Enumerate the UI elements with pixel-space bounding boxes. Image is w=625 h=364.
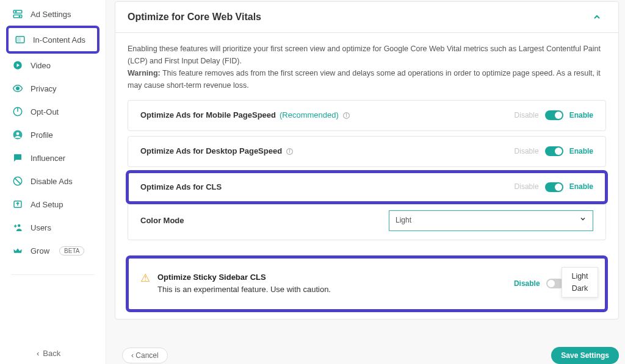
ban-icon — [12, 176, 23, 187]
setting-sublabel: This is an experimental feature. Use wit… — [157, 285, 331, 294]
toggle-cls[interactable] — [545, 182, 563, 192]
toggle-enable-label: Enable — [569, 181, 593, 193]
sidebar-item-label: Users — [31, 223, 51, 232]
sidebar-item-label: Opt-Out — [31, 107, 59, 116]
toggle-disable-label: Disable — [515, 146, 539, 157]
panel-card: Optimize for Core Web Vitals Enabling th… — [115, 1, 619, 319]
crown-icon — [12, 245, 23, 256]
users-add-icon — [12, 222, 23, 233]
svg-point-2 — [15, 12, 16, 13]
info-icon[interactable] — [342, 112, 350, 120]
dropdown-option-dark[interactable]: Dark — [562, 282, 598, 294]
footer-bar: ‹ Cancel Save Settings — [122, 347, 619, 364]
svg-rect-0 — [13, 10, 22, 13]
svg-rect-1 — [13, 15, 22, 18]
warning-icon: ⚠ — [140, 273, 150, 297]
sidebar-item-ad-settings[interactable]: Ad Settings — [6, 2, 99, 26]
panel-description: Enabling these features will prioritize … — [128, 43, 606, 67]
recommended-tag: (Recommended) — [280, 109, 339, 122]
power-icon — [12, 106, 23, 117]
sidebar-item-label: In-Content Ads — [33, 35, 85, 45]
sidebar-item-label: Influencer — [31, 154, 65, 163]
user-circle-icon — [12, 129, 23, 140]
color-mode-dropdown[interactable]: Light Dark — [562, 267, 598, 298]
sidebar-item-label: Ad Setup — [31, 200, 63, 209]
sidebar-divider — [11, 274, 95, 275]
sidebar-item-disable-ads[interactable]: Disable Ads — [6, 170, 99, 193]
toggle-enable-label: Enable — [569, 110, 593, 121]
sidebar-item-opt-out[interactable]: Opt-Out — [6, 100, 99, 123]
svg-point-15 — [18, 224, 21, 227]
chevron-up-icon — [592, 12, 602, 22]
save-settings-button[interactable]: Save Settings — [551, 347, 619, 364]
sidebar-item-influencer[interactable]: Influencer — [6, 146, 99, 170]
svg-point-21 — [289, 149, 290, 150]
sidebar: Ad Settings In-Content Ads Video Privacy — [0, 0, 106, 364]
setting-label-text: Optimize Sticky Sidebar CLS — [157, 271, 331, 284]
svg-rect-5 — [18, 38, 21, 41]
toggle-disable-label: Disable — [514, 278, 540, 290]
sidebar-item-grow[interactable]: Grow BETA — [6, 239, 99, 262]
sidebar-item-label: Video — [31, 61, 51, 70]
svg-line-13 — [15, 178, 21, 184]
sidebar-item-label: Grow — [31, 246, 49, 255]
cancel-button[interactable]: ‹ Cancel — [122, 348, 168, 363]
svg-point-3 — [19, 16, 20, 17]
setting-sticky-sidebar-cls: ⚠ Optimize Sticky Sidebar CLS This is an… — [128, 257, 606, 311]
export-icon — [12, 199, 23, 210]
toggle-desktop-pagespeed[interactable] — [545, 146, 563, 156]
sidebar-item-video[interactable]: Video — [6, 54, 99, 77]
chevron-left-icon: ‹ — [37, 349, 39, 358]
toggle-disable-label: Disable — [515, 110, 539, 121]
setting-cls: Optimize Ads for CLS Disable Enable — [128, 172, 606, 203]
toggle-mobile-pagespeed[interactable] — [545, 110, 563, 120]
sidebar-item-users[interactable]: Users — [6, 216, 99, 239]
setting-desktop-pagespeed: Optimize Ads for Desktop PageSpeed Disab… — [128, 136, 606, 167]
dropdown-option-light[interactable]: Light — [562, 270, 598, 282]
svg-point-7 — [16, 87, 20, 90]
sidebar-item-profile[interactable]: Profile — [6, 123, 99, 146]
color-mode-select[interactable]: Light — [389, 210, 593, 230]
setting-label-text: Optimize Ads for Mobile PageSpeed — [140, 109, 276, 122]
chevron-down-icon — [579, 215, 587, 226]
svg-point-11 — [16, 132, 20, 135]
sidebar-item-label: Ad Settings — [31, 10, 71, 19]
panel-warning: Warning: This feature removes ads from t… — [128, 67, 606, 91]
eye-icon — [12, 83, 23, 94]
panel-header: Optimize for Core Web Vitals — [115, 2, 618, 33]
setting-mobile-pagespeed: Optimize Ads for Mobile PageSpeed (Recom… — [128, 100, 606, 131]
setting-label-text: Color Mode — [140, 215, 184, 227]
chat-icon — [12, 152, 23, 163]
sliders-icon — [12, 9, 23, 20]
setting-label-text: Optimize Ads for Desktop PageSpeed — [140, 145, 282, 158]
collapse-button[interactable] — [588, 12, 606, 22]
back-label: Back — [43, 349, 60, 358]
setting-label-text: Optimize Ads for CLS — [140, 181, 222, 194]
setting-color-mode: Color Mode Light — [128, 202, 606, 240]
beta-badge: BETA — [59, 246, 84, 255]
play-circle-icon — [12, 60, 23, 71]
sidebar-item-in-content-ads[interactable]: In-Content Ads — [6, 26, 99, 54]
panel-title: Optimize for Core Web Vitals — [128, 12, 588, 23]
back-link[interactable]: ‹ Back — [0, 349, 106, 358]
layout-icon — [15, 34, 26, 45]
info-icon[interactable] — [286, 148, 294, 155]
main-content: Optimize for Core Web Vitals Enabling th… — [106, 0, 625, 364]
sidebar-item-label: Profile — [31, 130, 53, 140]
sidebar-item-label: Privacy — [31, 84, 57, 93]
sidebar-item-label: Disable Ads — [31, 177, 73, 186]
svg-point-18 — [346, 114, 347, 115]
panel-body: Enabling these features will prioritize … — [115, 33, 618, 319]
sidebar-item-ad-setup[interactable]: Ad Setup — [6, 193, 99, 216]
toggle-disable-label: Disable — [515, 181, 539, 193]
sidebar-item-privacy[interactable]: Privacy — [6, 77, 99, 100]
toggle-enable-label: Enable — [569, 146, 593, 157]
select-value: Light — [396, 215, 411, 226]
